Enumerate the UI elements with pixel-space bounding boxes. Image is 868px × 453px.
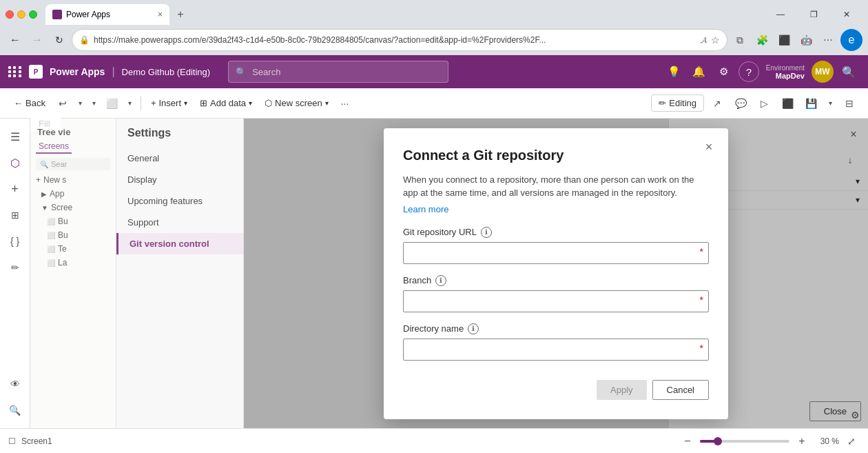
url-text[interactable]: https://make.powerapps.com/e/39da2f43-c1… (94, 35, 546, 45)
modal-overlay: × Connect a Git repository When you conn… (244, 119, 868, 428)
preview-icon[interactable]: ⬛ (777, 93, 798, 114)
collections-icon[interactable]: ⬛ (774, 30, 794, 50)
more-icon[interactable]: ··· (818, 30, 838, 50)
undo-button[interactable]: ↩ (52, 93, 73, 114)
back-button[interactable]: ← (6, 30, 25, 50)
button2-tree-item[interactable]: ⬜ Bu (30, 228, 116, 242)
save-dropdown[interactable]: ▾ (824, 93, 836, 114)
undo-dropdown[interactable]: ▾ (74, 93, 87, 114)
settings-general[interactable]: General (116, 148, 243, 169)
help-icon[interactable]: ? (738, 61, 759, 82)
settings-git[interactable]: Git version control (116, 233, 243, 254)
screen-checkbox[interactable]: ☐ (8, 436, 16, 446)
address-bar-row: ← → ↻ 🔒 https://make.powerapps.com/e/39d… (0, 25, 868, 55)
back-nav-button[interactable]: ← Back (8, 95, 51, 111)
copilot-icon[interactable]: 🤖 (796, 30, 816, 50)
lighthouse-icon[interactable]: 💡 (664, 61, 685, 82)
screen-tree-item[interactable]: ▼ Scree (30, 201, 116, 214)
win-minimize-btn[interactable]: — (765, 4, 796, 25)
split-view-icon[interactable]: ⧉ (730, 30, 750, 50)
settings-display[interactable]: Display (116, 169, 243, 190)
sidebar-data-icon[interactable]: ⊞ (3, 203, 28, 228)
tree-search-bar[interactable]: 🔍 Sear (36, 158, 110, 170)
new-tab-button[interactable]: + (171, 5, 190, 24)
zoom-slider[interactable] (700, 440, 789, 443)
avatar[interactable]: MW (812, 61, 834, 83)
text-icon: ⬜ (47, 245, 55, 253)
directory-group: Directory name ℹ * (403, 323, 709, 361)
tab-close-icon[interactable]: × (158, 10, 163, 19)
bookmark-icon[interactable]: ☆ (711, 34, 720, 46)
label-tree-item[interactable]: ⬜ La (30, 256, 116, 270)
tree-tabs: Screens (30, 140, 116, 154)
apps-grid-button[interactable] (8, 66, 22, 77)
search-bar[interactable]: 🔍 Search (228, 61, 448, 83)
settings-support[interactable]: Support (116, 212, 243, 233)
apply-button[interactable]: Apply (597, 380, 647, 400)
share-icon[interactable]: ↗ (707, 93, 727, 114)
win-close-btn[interactable]: ✕ (831, 4, 862, 25)
git-url-input[interactable] (403, 242, 709, 264)
zoom-controls: − + 30 % ⤢ (679, 433, 860, 450)
close-traffic-light[interactable] (6, 10, 14, 19)
learn-more-link[interactable]: Learn more (403, 204, 709, 214)
new-screen-button[interactable]: ⬡ New screen ▾ (259, 95, 334, 111)
sidebar-search-icon[interactable]: 🔍 (3, 398, 28, 423)
maximize-traffic-light[interactable] (29, 10, 37, 19)
branch-label-row: Branch ℹ (403, 275, 709, 286)
layout-button[interactable]: ⬜ (102, 93, 123, 114)
toolbar-divider-1 (141, 97, 141, 110)
modal-close-button[interactable]: × (699, 138, 719, 157)
button1-tree-item[interactable]: ⬜ Bu (30, 214, 116, 228)
settings-icon[interactable]: ⚙ (714, 61, 734, 82)
directory-input[interactable] (403, 339, 709, 361)
tree-view-title: Tree vie (30, 124, 116, 140)
reader-icon[interactable]: 𝓐 (701, 35, 707, 45)
layout-dropdown[interactable]: ▾ (124, 93, 136, 114)
zoom-in-button[interactable]: + (794, 433, 810, 450)
bell-icon[interactable]: 🔔 (689, 61, 710, 82)
save-icon[interactable]: 💾 (800, 93, 821, 114)
git-url-info-icon[interactable]: ℹ (481, 227, 492, 238)
editing-button[interactable]: ✏ Editing (651, 94, 704, 112)
redo-dropdown[interactable]: ▾ (88, 93, 101, 114)
minimize-traffic-light[interactable] (17, 10, 25, 19)
directory-info-icon[interactable]: ℹ (468, 323, 479, 334)
win-maximize-btn[interactable]: ❐ (798, 4, 829, 25)
app-name-label: Demo Github (Editing) (122, 67, 211, 77)
sidebar-accessibility-icon[interactable]: 👁 (3, 372, 28, 396)
zoom-level-label: 30 % (814, 436, 839, 446)
screens-tab[interactable]: Screens (36, 140, 72, 154)
branch-input[interactable] (403, 290, 709, 312)
zoom-out-button[interactable]: − (679, 433, 696, 450)
new-screen-tree-item[interactable]: + New s (30, 173, 116, 187)
new-screen-dropdown-icon: ▾ (325, 99, 329, 107)
cancel-button[interactable]: Cancel (652, 380, 709, 400)
environment-info: Environment MapDev (766, 64, 805, 80)
sidebar-variables-icon[interactable]: { } (3, 229, 28, 254)
insert-button[interactable]: + Insert ▾ (145, 95, 193, 111)
extensions-icon[interactable]: 🧩 (752, 30, 772, 50)
app-tree-item[interactable]: ▶ App (30, 187, 116, 201)
edge-search-icon[interactable]: 🔍 (838, 61, 860, 83)
sidebar-layers-icon[interactable]: ⬡ (3, 150, 28, 175)
text-label: Te (58, 244, 67, 254)
fit-screen-button[interactable]: ⤢ (843, 433, 860, 450)
play-icon[interactable]: ▷ (754, 93, 774, 114)
sidebar-menu-icon[interactable]: ☰ (3, 124, 28, 149)
browser-tab-active[interactable]: Power Apps × (45, 4, 169, 25)
sidebar-add-icon[interactable]: + (3, 177, 28, 201)
forward-button[interactable]: → (28, 30, 47, 50)
branch-info-icon[interactable]: ℹ (435, 275, 446, 286)
toolbar-more-button[interactable]: ··· (335, 95, 355, 112)
add-data-button[interactable]: ⊞ Add data ▾ (194, 95, 258, 111)
settings-upcoming[interactable]: Upcoming features (116, 190, 243, 212)
right-panel-toggle[interactable]: ⊟ (839, 93, 860, 114)
refresh-button[interactable]: ↻ (50, 30, 69, 50)
sidebar-media-icon[interactable]: ✏ (3, 255, 28, 280)
edge-icon[interactable]: e (840, 29, 862, 51)
comment-icon[interactable]: 💬 (730, 93, 751, 114)
url-bar[interactable]: 🔒 https://make.powerapps.com/e/39da2f43-… (72, 29, 727, 51)
zoom-slider-thumb[interactable] (714, 437, 722, 445)
text-tree-item[interactable]: ⬜ Te (30, 242, 116, 256)
